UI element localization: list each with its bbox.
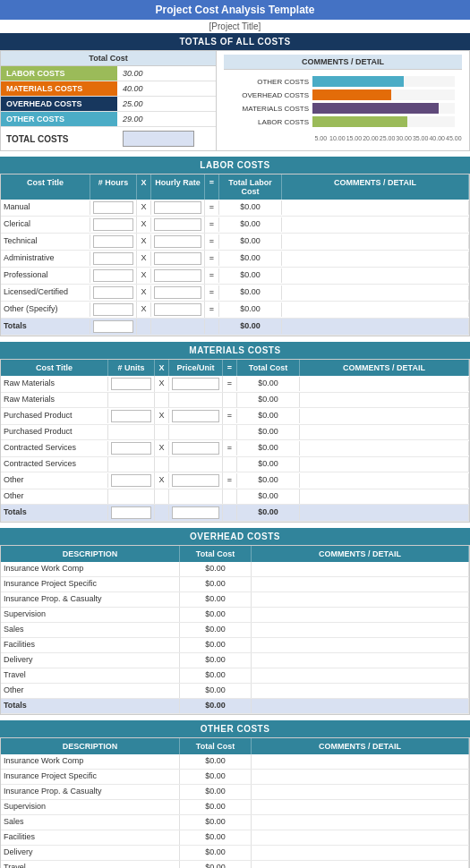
- other-row-comments[interactable]: [252, 785, 469, 799]
- overhead-row-desc[interactable]: Delivery: [1, 653, 180, 668]
- overhead-row-desc[interactable]: Facilities: [1, 638, 180, 652]
- mat-row-comments[interactable]: [300, 409, 469, 423]
- labor-row-hours[interactable]: [90, 234, 137, 250]
- overhead-row-comments[interactable]: [252, 668, 469, 683]
- labor-row-rate[interactable]: [151, 302, 205, 318]
- mat-row-price[interactable]: [169, 408, 223, 424]
- labor-row-hours[interactable]: [90, 251, 137, 267]
- mat-row-price[interactable]: [169, 457, 223, 472]
- mat-row-comments[interactable]: [300, 425, 469, 439]
- overhead-row-comments[interactable]: [252, 562, 469, 576]
- labor-row-comments[interactable]: [282, 251, 469, 266]
- other-row-comments[interactable]: [252, 770, 469, 784]
- mat-row-units[interactable]: [108, 440, 155, 456]
- mat-row-price[interactable]: [169, 440, 223, 456]
- mat-row-comments[interactable]: [300, 441, 469, 455]
- mat-row-price[interactable]: [169, 489, 223, 504]
- overhead-row-comments[interactable]: [252, 623, 469, 637]
- mat-row-price[interactable]: [169, 425, 223, 439]
- labor-data-row: Manual X = $0.00: [1, 200, 469, 217]
- other-row-desc: Insurance Work Comp: [1, 754, 180, 769]
- labor-row-comments[interactable]: [282, 234, 469, 249]
- labor-row-title: Licensed/Certified: [1, 285, 90, 300]
- overhead-row-desc[interactable]: Travel: [1, 668, 180, 683]
- overhead-row-label: Insurance Prop. & Casualty: [4, 594, 102, 603]
- overhead-row-desc[interactable]: Insurance Project Specific: [1, 577, 180, 591]
- labor-row-comments[interactable]: [282, 302, 469, 317]
- mat-row-comments[interactable]: [300, 377, 469, 391]
- labor-row-x: X: [137, 302, 151, 317]
- other-row-comments[interactable]: [252, 846, 469, 860]
- mat-row-price[interactable]: [169, 376, 223, 392]
- labor-row-rate[interactable]: [151, 251, 205, 267]
- other-row-comments[interactable]: [252, 830, 469, 845]
- labor-col-comments: COMMENTS / DETAIL: [282, 174, 469, 200]
- labor-row-comments[interactable]: [282, 285, 469, 300]
- labor-row-hours[interactable]: [90, 285, 137, 301]
- mat-row-price[interactable]: [169, 472, 223, 489]
- labor-row-hours[interactable]: [90, 200, 137, 216]
- mat-row-x: [155, 489, 169, 504]
- mat-totals-comments: [300, 506, 469, 520]
- overhead-row-desc[interactable]: Insurance Prop. & Casualty: [1, 592, 180, 607]
- overhead-row-label: Travel: [4, 670, 26, 679]
- overhead-row-comments[interactable]: [252, 638, 469, 652]
- overhead-row-desc[interactable]: Insurance Work Comp: [1, 562, 180, 576]
- overhead-row-desc[interactable]: Supervision: [1, 608, 180, 622]
- mat-row-units[interactable]: [108, 393, 155, 407]
- total-costs-box[interactable]: [123, 131, 194, 147]
- mat-row-comments[interactable]: [300, 473, 469, 488]
- mat-row-eq: =: [223, 473, 237, 488]
- cost-value-1: 40.00: [117, 81, 216, 96]
- labor-row-x: X: [137, 217, 151, 232]
- overhead-row-comments[interactable]: [252, 608, 469, 622]
- labor-row-comments[interactable]: [282, 217, 469, 232]
- mat-row-price[interactable]: [169, 393, 223, 407]
- labor-row-rate[interactable]: [151, 234, 205, 250]
- labor-row-title: Clerical: [1, 217, 90, 232]
- mat-row-units[interactable]: [108, 408, 155, 424]
- overhead-row-desc[interactable]: Other: [1, 684, 180, 698]
- overhead-row-comments[interactable]: [252, 653, 469, 668]
- mat-row-comments[interactable]: [300, 457, 469, 472]
- other-row-comments[interactable]: [252, 815, 469, 830]
- mat-row-title: Raw Materials: [1, 393, 108, 407]
- labor-row-hours[interactable]: [90, 217, 137, 233]
- other-header: OTHER COSTS: [0, 720, 470, 737]
- mat-row-units[interactable]: [108, 472, 155, 489]
- mat-row-comments[interactable]: [300, 393, 469, 407]
- overhead-row-comments[interactable]: [252, 592, 469, 607]
- cost-label-1: MATERIALS COSTS: [1, 81, 117, 96]
- labor-col-title: Cost Title: [1, 174, 90, 200]
- overhead-row-comments[interactable]: [252, 577, 469, 591]
- labor-row-rate[interactable]: [151, 217, 205, 233]
- mat-row-units[interactable]: [108, 489, 155, 504]
- chart-axis-label: 30.00: [396, 135, 413, 141]
- mat-row-units[interactable]: [108, 376, 155, 392]
- labor-row-comments[interactable]: [282, 268, 469, 283]
- materials-data-row: Raw Materials $0.00: [1, 393, 469, 408]
- labor-row-rate[interactable]: [151, 268, 205, 284]
- labor-row-hours[interactable]: [90, 268, 137, 284]
- overhead-row-total: $0.00: [180, 638, 252, 652]
- mat-col-title: Cost Title: [1, 360, 108, 376]
- mat-row-comments[interactable]: [300, 489, 469, 504]
- overhead-row-comments[interactable]: [252, 684, 469, 698]
- other-row-desc: Insurance Prop. & Casualty: [1, 785, 180, 799]
- labor-data-row: Administrative X = $0.00: [1, 251, 469, 268]
- other-row-comments[interactable]: [252, 800, 469, 814]
- other-row-comments[interactable]: [252, 861, 469, 868]
- labor-row-hours[interactable]: [90, 302, 137, 318]
- labor-row-rate[interactable]: [151, 200, 205, 216]
- overhead-row-desc[interactable]: Sales: [1, 623, 180, 637]
- other-data-row: Insurance Work Comp $0.00: [1, 754, 469, 770]
- mat-row-units[interactable]: [108, 425, 155, 439]
- labor-row-rate[interactable]: [151, 285, 205, 301]
- other-row-comments[interactable]: [252, 754, 469, 769]
- labor-row-comments[interactable]: [282, 200, 469, 215]
- mat-row-eq: [223, 489, 237, 504]
- other-data-row: Insurance Project Specific $0.00: [1, 770, 469, 785]
- chart-bar-label: MATERIALS COSTS: [227, 105, 312, 113]
- mat-row-units[interactable]: [108, 457, 155, 472]
- other-data-row: Sales $0.00: [1, 815, 469, 830]
